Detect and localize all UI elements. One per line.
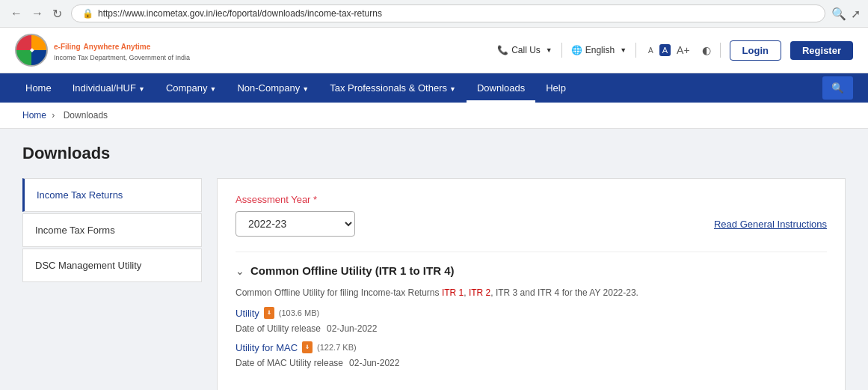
page-title: Downloads — [22, 144, 846, 163]
sidebar-item-dsc-management[interactable]: DSC Management Utility — [22, 249, 202, 282]
utility-file-size: (103.6 MB) — [279, 308, 319, 317]
nav-bar: Home Individual/HUF▼ Company▼ Non-Compan… — [0, 73, 868, 103]
utility-header: ⌄ Common Offline Utility (ITR 1 to ITR 4… — [236, 264, 827, 277]
utility-date-label: Date of Utility release — [236, 323, 321, 334]
logo-title: e-FilingAnywhere Anytime — [54, 38, 190, 54]
back-button[interactable]: ← — [7, 5, 25, 22]
language-button[interactable]: 🌐 English ▼ — [571, 45, 627, 55]
itr1-link[interactable]: ITR 1 — [442, 287, 464, 298]
mac-date-label: Date of MAC Utility release — [236, 358, 343, 368]
nav-search-button[interactable]: 🔍 — [822, 76, 853, 100]
sidebar-list: Income Tax Returns Income Tax Forms DSC … — [22, 178, 202, 390]
lock-icon: 🔒 — [82, 8, 93, 19]
breadcrumb: Home › Downloads — [0, 103, 868, 129]
breadcrumb-current: Downloads — [64, 110, 108, 121]
chevron-down-icon: ▼ — [302, 85, 309, 93]
utility-date-row: Date of Utility release 02-Jun-2022 — [236, 323, 827, 334]
utility-download-row: Utility ⇓ (103.6 MB) — [236, 307, 827, 319]
nav-item-help[interactable]: Help — [535, 73, 576, 103]
mac-date-value: 02-Jun-2022 — [349, 358, 399, 368]
nav-item-tax-professionals[interactable]: Tax Professionals & Others▼ — [319, 73, 467, 103]
utility-title: Common Offline Utility (ITR 1 to ITR 4) — [250, 264, 455, 277]
chevron-down-icon: ▼ — [138, 85, 145, 93]
chevron-down-icon: ▼ — [620, 46, 627, 54]
nav-item-non-company[interactable]: Non-Company▼ — [227, 73, 319, 103]
breadcrumb-separator: › — [52, 110, 55, 121]
chevron-down-icon: ▼ — [546, 46, 552, 54]
call-us[interactable]: 📞 Call Us ▼ — [497, 45, 552, 55]
header: ◆ e-FilingAnywhere Anytime Income Tax De… — [0, 28, 868, 73]
mac-download-row: Utility for MAC ⇓ (122.7 KB) — [236, 341, 827, 353]
itr2-link[interactable]: ITR 2 — [469, 287, 490, 298]
nav-item-company[interactable]: Company▼ — [156, 73, 227, 103]
right-panel: Assessment Year * 2022-23 2021-22 2020-2… — [217, 178, 846, 390]
url-text: https://www.incometax.gov.in/iec/foporta… — [98, 8, 382, 19]
logo-subtitle: Income Tax Department, Government of Ind… — [54, 54, 190, 63]
nav-item-downloads[interactable]: Downloads — [467, 73, 535, 103]
utility-date-value: 02-Jun-2022 — [327, 323, 377, 334]
year-row: 2022-23 2021-22 2020-21 Read General Ins… — [236, 211, 827, 237]
forward-button[interactable]: → — [28, 5, 46, 22]
browser-bar: ← → ↻ 🔒 https://www.incometax.gov.in/iec… — [0, 0, 868, 28]
required-marker: * — [313, 194, 317, 205]
share-button[interactable]: ➚ — [851, 7, 861, 21]
globe-icon: 🌐 — [571, 45, 582, 55]
logo-emblem: ◆ — [15, 34, 48, 67]
utility-download-link[interactable]: Utility — [236, 308, 259, 319]
contrast-button[interactable]: ◐ — [702, 44, 711, 56]
logo-area: ◆ e-FilingAnywhere Anytime Income Tax De… — [15, 34, 190, 67]
utility-section: ⌄ Common Offline Utility (ITR 1 to ITR 4… — [236, 252, 827, 368]
nav-item-home[interactable]: Home — [15, 73, 62, 103]
utility-description: Common Offline Utility for filing Income… — [236, 286, 827, 299]
search-icon: 🔍 — [831, 82, 844, 94]
font-medium-button[interactable]: A — [659, 44, 671, 56]
chevron-down-icon: ▼ — [210, 85, 217, 93]
main-content: Downloads Income Tax Returns Income Tax … — [0, 129, 868, 390]
register-button[interactable]: Register — [790, 41, 853, 60]
read-instructions-link[interactable]: Read General Instructions — [714, 219, 827, 230]
login-button[interactable]: Login — [730, 40, 781, 61]
divider — [635, 43, 636, 58]
reload-button[interactable]: ↻ — [49, 5, 65, 22]
file-icon: ⇓ — [264, 307, 274, 319]
sidebar-item-income-tax-returns[interactable]: Income Tax Returns — [22, 178, 202, 212]
logo-text: e-FilingAnywhere Anytime Income Tax Depa… — [54, 38, 190, 62]
font-size-controls: A A A+ — [645, 43, 693, 58]
divider — [720, 43, 721, 58]
divider — [561, 43, 562, 58]
mac-file-size: (122.7 KB) — [317, 343, 357, 352]
mac-file-icon: ⇓ — [302, 341, 313, 353]
assessment-year-label: Assessment Year * — [236, 194, 827, 205]
font-large-button[interactable]: A+ — [674, 43, 693, 58]
mac-download-link[interactable]: Utility for MAC — [236, 342, 298, 353]
nav-item-individual-huf[interactable]: Individual/HUF▼ — [62, 73, 156, 103]
year-select[interactable]: 2022-23 2021-22 2020-21 — [236, 211, 355, 237]
mac-date-row: Date of MAC Utility release 02-Jun-2022 — [236, 358, 827, 368]
content-layout: Income Tax Returns Income Tax Forms DSC … — [22, 178, 846, 390]
chevron-down-icon: ▼ — [449, 85, 456, 93]
address-bar[interactable]: 🔒 https://www.incometax.gov.in/iec/fopor… — [71, 4, 825, 22]
font-small-button[interactable]: A — [645, 45, 656, 56]
search-button[interactable]: 🔍 — [831, 7, 846, 21]
collapse-icon[interactable]: ⌄ — [236, 265, 244, 277]
breadcrumb-home[interactable]: Home — [22, 110, 46, 121]
sidebar-item-income-tax-forms[interactable]: Income Tax Forms — [22, 213, 202, 247]
phone-icon: 📞 — [497, 45, 508, 55]
top-right-actions: 📞 Call Us ▼ 🌐 English ▼ A A A+ ◐ Login R… — [497, 40, 853, 61]
